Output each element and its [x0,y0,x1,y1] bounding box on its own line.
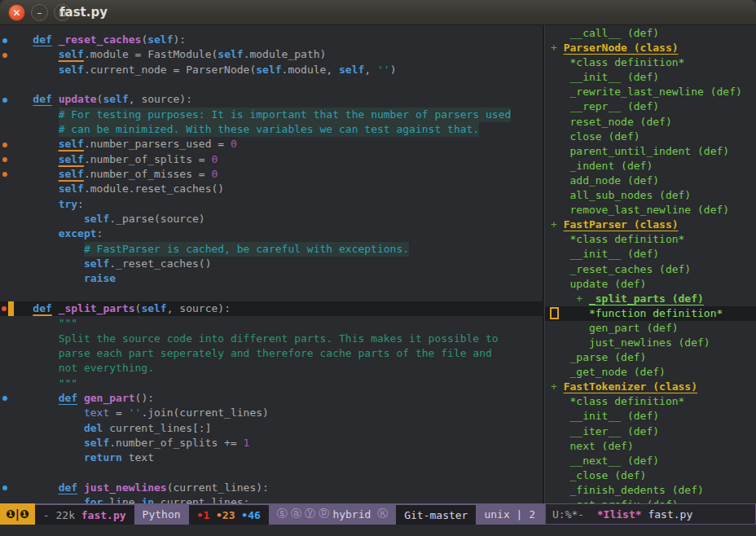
code-line[interactable]: # can be minimized. With these variables… [0,122,543,137]
modeline-segment-buffer-info[interactable]: - 22k fast.py [35,503,134,525]
code-line[interactable]: Split the source code into different par… [0,332,543,346]
imenu-item[interactable]: + FastParser (class) [545,217,756,232]
code-line[interactable]: self._parse(source) [0,212,543,226]
imenu-item[interactable]: __next__ (def) [545,454,756,468]
imenu-item[interactable]: _parse (def) [545,350,756,365]
imenu-item[interactable]: gen_part (def) [545,321,756,336]
imenu-item[interactable]: + FastTokenizer (class) [545,380,756,394]
modeline-segment-flycheck-counts[interactable]: •1 •23 •46 [189,503,269,525]
imenu-item[interactable]: remove_last_newline (def) [545,203,756,217]
imenu-item[interactable]: just_newlines (def) [545,336,756,350]
code-line[interactable]: self.number_of_misses = 0 [0,167,543,182]
imenu-item-label: __iter__ (def) [569,425,659,437]
imenu-item[interactable]: __init__ (def) [545,247,756,261]
fringe-warning-dot-icon [2,143,7,147]
code-line[interactable]: """ [0,316,543,331]
imenu-item[interactable]: *function definition* [545,306,756,321]
code-line[interactable]: self.current_node = ParserNode(self.modu… [0,63,543,77]
indent [551,263,569,275]
imenu-item[interactable]: __init__ (def) [545,70,756,85]
indent [551,425,569,437]
modeline-text: *Ilist* [597,508,642,521]
minimize-button[interactable]: – [31,4,48,21]
code-line[interactable]: def just_newlines(current_lines): [0,481,543,495]
indent [551,248,569,260]
imenu-item[interactable]: _indent (def) [545,159,756,174]
close-button[interactable]: ✕ [8,4,25,21]
modeline-segment-window-number-indicator[interactable]: ❶|❶ [0,503,35,525]
imenu-item[interactable]: reset_node (def) [545,115,756,130]
imenu-item[interactable]: _reset_caches (def) [545,262,756,277]
code-token [7,108,59,121]
modeline-right: U:%*- *Ilist* fast.py [545,503,756,525]
code-token: self [84,213,109,225]
imenu-item[interactable]: _get_node (def) [545,365,756,380]
imenu-item[interactable]: *class definition* [545,394,756,409]
code-line[interactable]: for line in current_lines: [0,495,543,503]
imenu-item[interactable]: add_node (def) [545,174,756,188]
code-pane[interactable]: def _reset_caches(self): self.module = F… [0,25,543,503]
code-token: .current_node = ParserNode( [84,64,256,76]
code-token [7,422,84,434]
imenu-item[interactable]: all_sub_nodes (def) [545,188,756,203]
imenu-item[interactable]: _close (def) [545,468,756,483]
imenu-item[interactable]: + _split_parts (def) [545,292,756,306]
code-line[interactable]: # FastParser is cached, be careful with … [0,242,543,257]
imenu-item[interactable]: update (def) [545,277,756,292]
code-line[interactable] [0,466,543,481]
code-line[interactable]: parse each part seperately and therefore… [0,346,543,361]
code-line[interactable] [0,77,543,92]
imenu-item[interactable]: __iter__ (def) [545,424,756,439]
imenu-item[interactable]: parent_until_indent (def) [545,144,756,159]
imenu-item[interactable]: *class definition* [545,55,756,70]
modeline-segment-major-mode[interactable]: Python [134,503,189,525]
code-line[interactable]: self.number_of_splits += 1 [0,436,543,450]
code-line[interactable]: def update(self, source): [0,92,543,107]
modeline-segment-minor-modes[interactable]: ⓢ ⓐ ⓨ ⓟ hybrid Ⓚ [269,503,396,525]
imenu-item[interactable]: __init__ (def) [545,409,756,424]
modeline-text: Ⓚ [377,507,388,521]
imenu-item[interactable]: __call__ (def) [545,26,756,41]
imenu-sidebar[interactable]: __call__ (def)+ ParserNode (class) *clas… [545,25,756,503]
code-line[interactable]: # For testing purposes: It is important … [0,108,543,122]
code-line[interactable]: def _reset_caches(self): [0,33,543,47]
code-token: ) [390,64,397,76]
imenu-item[interactable]: __repr__ (def) [545,99,756,114]
imenu-item[interactable]: _get_prefix (def) [545,498,756,503]
code-line[interactable]: self.number_of_splits = 0 [0,152,543,167]
imenu-item-label: _indent (def) [569,160,653,172]
code-token: _reset_caches [59,33,142,46]
code-token: self [218,48,243,60]
imenu-item[interactable]: close (def) [545,130,756,144]
code-line[interactable]: text = ''.join(current_lines) [0,406,543,420]
code-line[interactable]: del current_lines[:] [0,421,543,436]
imenu-item[interactable]: *class definition* [545,232,756,247]
code-token: except [59,227,97,239]
imenu-item[interactable]: next (def) [545,439,756,454]
code-line[interactable]: self.number_parsers_used = 0 [0,137,543,152]
code-line[interactable]: try: [0,197,543,212]
code-line[interactable]: not everything. [0,361,543,376]
code-line[interactable]: self.module.reset_caches() [0,182,543,196]
expand-plus-icon: + [576,292,589,305]
code-line[interactable]: """ [0,376,543,391]
code-line[interactable]: def _split_parts(self, source): [0,301,543,316]
fringe-info-dot-icon [2,98,7,103]
imenu-item-label: __init__ (def) [569,410,659,422]
code-line[interactable]: def gen_part(): [0,391,543,406]
code-line[interactable]: return text [0,450,543,465]
code-line[interactable] [0,287,543,301]
modeline-segment-version-control[interactable]: Git-master [396,503,476,525]
code-token: self [256,64,281,76]
modeline-segment-encoding-position[interactable]: unix | 2 [476,503,543,525]
code-line[interactable]: except: [0,226,543,241]
imenu-item-label: ParserNode (class) [564,42,679,54]
imenu-item[interactable]: _finish_dedents (def) [545,483,756,498]
code-line[interactable]: raise [0,271,543,286]
code-line[interactable]: self._reset_caches() [0,257,543,271]
code-line[interactable]: self.module = FastModule(self.module_pat… [0,47,543,62]
imenu-item[interactable]: + ParserNode (class) [545,41,756,55]
modeline-text: Git-master [404,509,468,521]
code-token: self [147,33,173,46]
imenu-item[interactable]: _rewrite_last_newline (def) [545,85,756,99]
